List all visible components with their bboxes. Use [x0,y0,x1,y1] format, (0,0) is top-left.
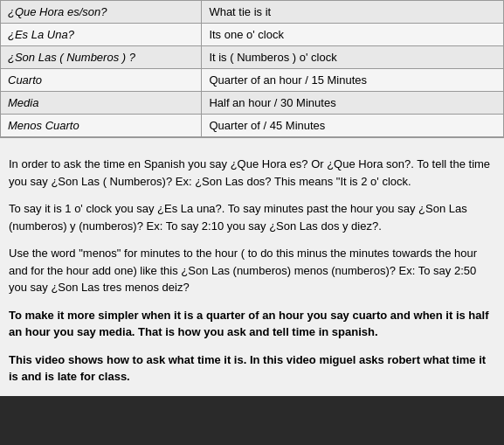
paragraph-p4: To make it more simpler when it is a qua… [9,307,495,341]
table-cell-english-0: What tie is it [202,1,504,24]
table-cell-spanish-3: Cuarto [1,69,202,92]
table-cell-spanish-4: Media [1,92,202,115]
vocabulary-table: ¿Que Hora es/son?What tie is it¿Es La Un… [0,0,504,137]
table-cell-spanish-0: ¿Que Hora es/son? [1,1,202,24]
table-cell-english-5: Quarter of / 45 Minutes [202,115,504,137]
paragraph-p6: This video shows how to ask what time it… [9,351,495,386]
table-cell-spanish-2: ¿Son Las ( Numberos ) ? [1,46,202,69]
table-section: ¿Que Hora es/son?What tie is it¿Es La Un… [0,0,504,138]
table-cell-english-3: Quarter of an hour / 15 Minutes [202,69,504,92]
table-cell-english-1: Its one o' clock [202,24,504,46]
table-cell-english-4: Half an hour / 30 Minutes [202,92,504,115]
paragraph-p2: To say it is 1 o' clock you say ¿Es La u… [9,200,495,234]
text-section: In order to ask the time en Spanish you … [0,145,504,396]
paragraph-p3: Use the word "menos" for minutes to the … [9,245,495,296]
table-cell-english-2: It is ( Numberos ) o' clock [202,46,504,69]
table-cell-spanish-5: Menos Cuarto [1,115,202,137]
spacer [0,138,504,145]
paragraph-p1: In order to ask the time en Spanish you … [9,156,495,190]
main-container: ¿Que Hora es/son?What tie is it¿Es La Un… [0,0,504,396]
table-cell-spanish-1: ¿Es La Una? [1,24,202,46]
